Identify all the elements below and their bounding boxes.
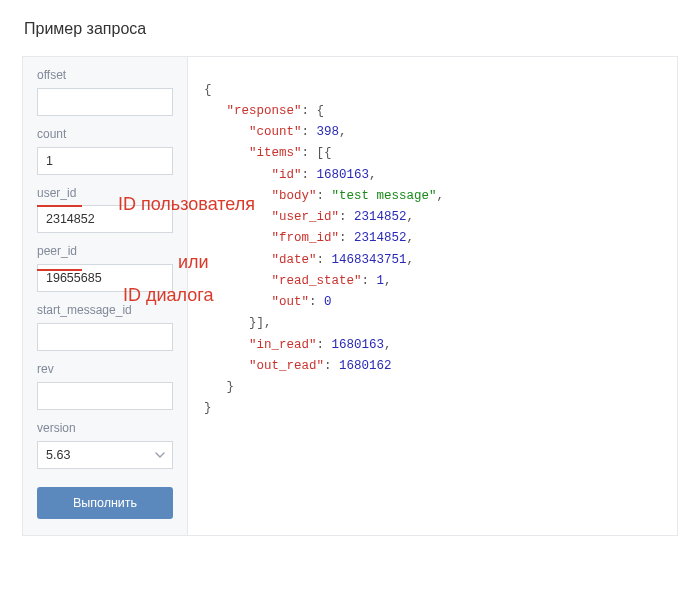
input-user-id[interactable] <box>37 205 173 233</box>
label-version: version <box>37 420 173 437</box>
field-count: count <box>37 126 173 175</box>
field-offset: offset <box>37 67 173 116</box>
input-offset[interactable] <box>37 88 173 116</box>
example-panel: offset count user_id peer_id start_messa… <box>22 56 678 536</box>
field-peer-id: peer_id <box>37 243 173 292</box>
params-sidebar: offset count user_id peer_id start_messa… <box>23 57 188 535</box>
page-title: Пример запроса <box>24 20 678 38</box>
field-user-id: user_id <box>37 185 173 234</box>
execute-button[interactable]: Выполнить <box>37 487 173 519</box>
label-start-message-id: start_message_id <box>37 302 173 319</box>
input-peer-id[interactable] <box>37 264 173 292</box>
input-count[interactable] <box>37 147 173 175</box>
field-rev: rev <box>37 361 173 410</box>
field-start-message-id: start_message_id <box>37 302 173 351</box>
label-rev: rev <box>37 361 173 378</box>
input-rev[interactable] <box>37 382 173 410</box>
label-peer-id: peer_id <box>37 243 173 260</box>
response-output: { "response": { "count": 398, "items": [… <box>188 70 677 523</box>
label-user-id: user_id <box>37 185 173 202</box>
label-count: count <box>37 126 173 143</box>
input-start-message-id[interactable] <box>37 323 173 351</box>
select-version[interactable] <box>37 441 173 469</box>
field-version: version <box>37 420 173 469</box>
label-offset: offset <box>37 67 173 84</box>
